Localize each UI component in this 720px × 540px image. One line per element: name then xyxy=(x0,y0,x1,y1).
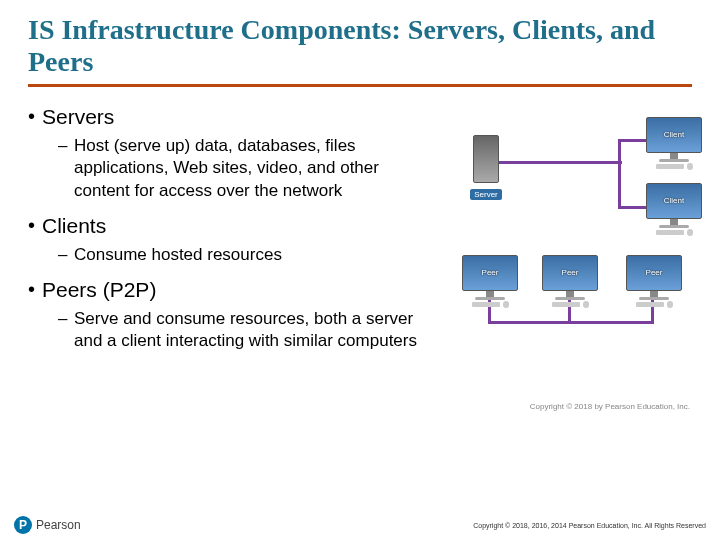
keyboard-mouse xyxy=(638,230,710,236)
client-screen-label: Client xyxy=(647,118,701,152)
bullet-clients-sub: Consume hosted resources xyxy=(28,244,418,266)
peer-node: Peer xyxy=(618,255,690,308)
wire xyxy=(618,139,621,209)
client-server-diagram: Server Client Client xyxy=(428,121,692,251)
monitor-base xyxy=(475,297,505,300)
peer-screen-label: Peer xyxy=(627,256,681,290)
peer-screen-label: Peer xyxy=(463,256,517,290)
server-icon xyxy=(473,135,499,183)
keyboard-mouse xyxy=(618,302,690,308)
client-screen-label: Client xyxy=(647,184,701,218)
slide-title: IS Infrastructure Components: Servers, C… xyxy=(28,14,692,78)
monitor-base xyxy=(659,225,689,228)
monitor-base xyxy=(659,159,689,162)
peer-diagram: Peer Peer Peer Copyright © xyxy=(428,281,692,401)
client-node: Client xyxy=(638,117,710,170)
monitor-icon: Peer xyxy=(626,255,682,291)
content-columns: Servers Host (serve up) data, databases,… xyxy=(28,97,692,401)
server-node: Server xyxy=(450,135,522,201)
title-underline xyxy=(28,84,692,87)
bullet-servers-sub: Host (serve up) data, databases, files a… xyxy=(28,135,418,201)
keyboard-mouse xyxy=(638,164,710,170)
pearson-logo-text: Pearson xyxy=(36,518,81,532)
pearson-logo-icon: P xyxy=(14,516,32,534)
figure-copyright: Copyright © 2018 by Pearson Education, I… xyxy=(530,402,690,411)
pearson-logo: P Pearson xyxy=(14,516,81,534)
monitor-base xyxy=(639,297,669,300)
peer-node: Peer xyxy=(534,255,606,308)
monitor-icon: Client xyxy=(646,117,702,153)
monitor-icon: Peer xyxy=(462,255,518,291)
footer: P Pearson Copyright © 2018, 2016, 2014 P… xyxy=(0,516,720,534)
peer-screen-label: Peer xyxy=(543,256,597,290)
peer-node: Peer xyxy=(454,255,526,308)
keyboard-mouse xyxy=(454,302,526,308)
wire xyxy=(488,321,654,324)
bullet-peers-sub: Serve and consume resources, both a serv… xyxy=(28,308,418,352)
footer-copyright: Copyright © 2018, 2016, 2014 Pearson Edu… xyxy=(473,522,706,529)
keyboard-mouse xyxy=(534,302,606,308)
bullet-clients: Clients xyxy=(28,214,418,238)
monitor-base xyxy=(555,297,585,300)
bullet-servers: Servers xyxy=(28,105,418,129)
monitor-icon: Peer xyxy=(542,255,598,291)
server-label: Server xyxy=(470,189,502,200)
text-column: Servers Host (serve up) data, databases,… xyxy=(28,97,418,401)
slide: IS Infrastructure Components: Servers, C… xyxy=(0,0,720,540)
bullet-peers: Peers (P2P) xyxy=(28,278,418,302)
monitor-icon: Client xyxy=(646,183,702,219)
client-node: Client xyxy=(638,183,710,236)
image-column: Server Client Client xyxy=(418,97,692,401)
